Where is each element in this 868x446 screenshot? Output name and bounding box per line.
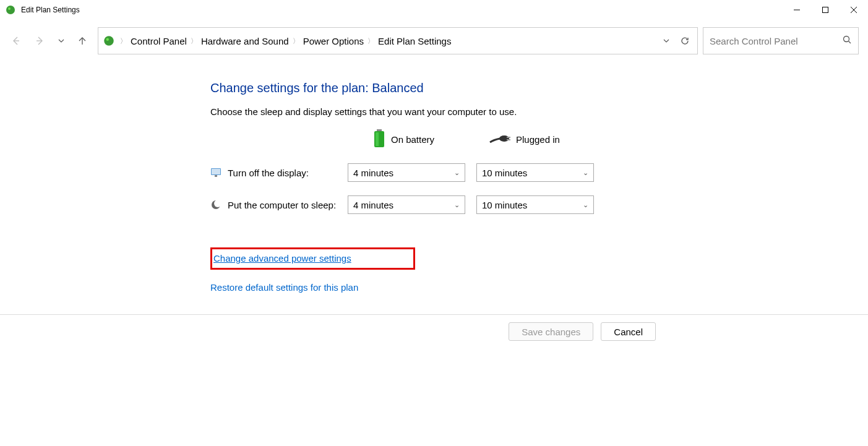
chevron-right-icon[interactable]: 〉: [119, 36, 128, 46]
navbar: 〉 Control Panel 〉 Hardware and Sound 〉 P…: [0, 27, 868, 54]
forward-button[interactable]: [30, 30, 51, 51]
up-button[interactable]: [72, 30, 93, 51]
links-section: Change advanced power settings Restore d…: [210, 247, 868, 293]
highlight-annotation: Change advanced power settings: [210, 247, 415, 270]
window-title: Edit Plan Settings: [21, 6, 783, 14]
recent-dropdown-button[interactable]: [51, 30, 72, 51]
cancel-button[interactable]: Cancel: [601, 322, 656, 341]
back-button[interactable]: [5, 30, 26, 51]
svg-point-10: [106, 38, 109, 41]
breadcrumb-hardware-sound[interactable]: Hardware and Sound: [199, 36, 291, 46]
display-plugged-value: 10 minutes: [482, 168, 527, 178]
svg-rect-13: [377, 129, 382, 131]
advanced-settings-link[interactable]: Change advanced power settings: [213, 253, 351, 264]
search-input[interactable]: [710, 36, 843, 46]
page-subtext: Choose the sleep and display settings th…: [210, 106, 868, 117]
power-icon: [103, 35, 115, 47]
address-bar[interactable]: 〉 Control Panel 〉 Hardware and Sound 〉 P…: [98, 27, 698, 54]
main-content: Change settings for the plan: Balanced C…: [0, 54, 868, 293]
monitor-icon: [210, 167, 221, 178]
svg-point-23: [214, 200, 221, 207]
restore-defaults-link[interactable]: Restore default settings for this plan: [210, 282, 358, 293]
row-label-sleep: Put the computer to sleep:: [210, 199, 348, 210]
column-label-plugged: Plugged in: [516, 134, 560, 145]
column-header-plugged: Plugged in: [476, 132, 594, 147]
svg-point-0: [6, 6, 15, 14]
chevron-right-icon[interactable]: 〉: [189, 36, 199, 46]
row-label-display: Turn off the display:: [210, 167, 348, 178]
window-controls: [783, 0, 868, 20]
display-battery-dropdown[interactable]: 4 minutes ⌄: [348, 163, 465, 182]
address-dropdown-button[interactable]: [657, 32, 676, 50]
display-battery-value: 4 minutes: [353, 168, 393, 178]
svg-point-16: [499, 135, 509, 142]
power-settings-grid: On battery Plugged in Turn off the displ…: [210, 129, 868, 214]
sleep-battery-dropdown[interactable]: 4 minutes ⌄: [348, 195, 465, 214]
power-icon: [5, 4, 16, 15]
svg-rect-20: [212, 169, 220, 174]
moon-icon: [210, 199, 221, 210]
refresh-button[interactable]: [676, 32, 694, 50]
svg-rect-17: [507, 137, 510, 138]
footer: Save changes Cancel: [0, 314, 868, 348]
titlebar: Edit Plan Settings: [0, 0, 868, 20]
page-heading: Change settings for the plan: Balanced: [210, 81, 868, 95]
save-button: Save changes: [509, 322, 593, 341]
sleep-plugged-value: 10 minutes: [482, 200, 527, 210]
svg-rect-15: [376, 132, 379, 146]
display-plugged-dropdown[interactable]: 10 minutes ⌄: [476, 163, 594, 182]
sleep-plugged-dropdown[interactable]: 10 minutes ⌄: [476, 195, 594, 214]
sleep-battery-value: 4 minutes: [353, 200, 393, 210]
search-icon[interactable]: [843, 35, 852, 47]
svg-line-12: [849, 41, 851, 43]
chevron-right-icon[interactable]: 〉: [291, 36, 301, 46]
chevron-down-icon: ⌄: [583, 169, 588, 177]
minimize-button[interactable]: [783, 0, 811, 20]
chevron-down-icon: ⌄: [454, 201, 460, 209]
svg-point-1: [8, 7, 11, 10]
svg-point-9: [104, 36, 114, 46]
row-label-sleep-text: Put the computer to sleep:: [228, 200, 336, 210]
breadcrumb-control-panel[interactable]: Control Panel: [128, 36, 189, 46]
plug-icon: [489, 132, 511, 147]
column-header-battery: On battery: [348, 129, 465, 150]
search-box[interactable]: [703, 27, 859, 54]
chevron-right-icon[interactable]: 〉: [366, 36, 376, 46]
row-label-display-text: Turn off the display:: [228, 168, 309, 178]
chevron-down-icon: ⌄: [454, 169, 460, 177]
breadcrumb-edit-plan[interactable]: Edit Plan Settings: [376, 36, 453, 46]
breadcrumb-power-options[interactable]: Power Options: [301, 36, 366, 46]
svg-rect-21: [215, 175, 217, 177]
svg-rect-18: [507, 139, 510, 140]
chevron-down-icon: ⌄: [583, 201, 588, 209]
svg-point-11: [844, 36, 849, 41]
close-button[interactable]: [840, 0, 868, 20]
battery-icon: [372, 129, 386, 150]
column-label-battery: On battery: [391, 134, 434, 145]
svg-rect-3: [823, 7, 828, 13]
maximize-button[interactable]: [811, 0, 840, 20]
